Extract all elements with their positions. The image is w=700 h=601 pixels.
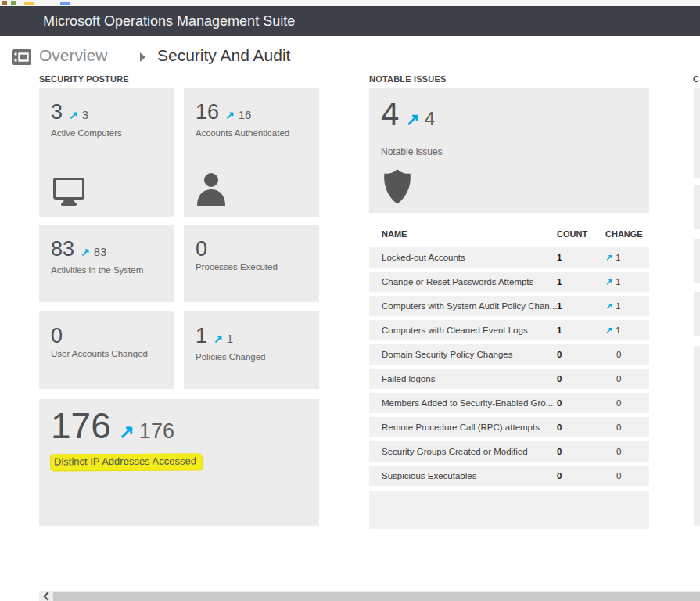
table-header: NAME COUNT CHANGE xyxy=(369,225,649,243)
horizontal-scrollbar-thumb[interactable] xyxy=(53,592,700,601)
trend-up-icon: ↗ xyxy=(225,103,235,127)
tile-notable-issues[interactable]: 4 ↗ 4 Notable issues xyxy=(369,88,649,213)
bookmark-favicon-fragment xyxy=(24,2,34,5)
row-name: Security Groups Created or Modified xyxy=(369,447,557,456)
table-row[interactable]: Members Added to Security-Enabled Gro...… xyxy=(369,393,649,413)
row-name: Remote Procedure Call (RPC) attempts xyxy=(369,423,557,432)
tile-label: Policies Changed xyxy=(196,352,319,362)
trend-up-icon: ↗ xyxy=(605,277,612,286)
table-row[interactable]: Domain Security Policy Changes 0 0 xyxy=(369,344,649,365)
row-change: ↗1 xyxy=(605,277,649,287)
trend-up-icon: ↗ xyxy=(405,103,419,137)
breadcrumb: Overview Security And Audit xyxy=(0,45,700,72)
row-change: ↗1 xyxy=(605,326,649,336)
tile-processes-executed[interactable]: 0 Processes Executed xyxy=(184,225,319,302)
tile-value: 16 xyxy=(196,100,219,124)
tile-label: Notable issues xyxy=(381,146,649,157)
row-change: 0 xyxy=(605,398,649,408)
tile-user-accounts-changed[interactable]: 0 User Accounts Changed xyxy=(39,311,174,389)
row-name: Computers with System Audit Policy Chan.… xyxy=(369,301,557,311)
row-name: Change or Reset Passwords Attempts xyxy=(369,277,557,286)
next-section-heading-clipped: C xyxy=(693,74,700,84)
tile-change: 4 xyxy=(425,102,435,136)
table-row[interactable]: Computers with System Audit Policy Chan.… xyxy=(369,296,649,316)
table-row[interactable]: Failed logons 0 0 xyxy=(369,369,649,389)
chevron-right-icon xyxy=(140,52,145,62)
trend-up-icon: ↗ xyxy=(69,103,78,127)
next-column-tile-fragment xyxy=(694,292,700,336)
row-name: Suspicious Executables xyxy=(369,471,557,480)
tile-value: 1 xyxy=(196,324,207,347)
trend-up-icon: ↗ xyxy=(605,301,612,311)
row-count: 0 xyxy=(557,471,605,480)
tile-policies-changed[interactable]: 1 ↗ 1 Policies Changed xyxy=(184,311,319,389)
row-name: Domain Security Policy Changes xyxy=(369,350,557,359)
bookmark-favicon-fragment xyxy=(2,1,7,5)
tile-change: 1 xyxy=(227,327,233,351)
tile-label: Accounts Authenticated xyxy=(196,128,319,138)
table-row[interactable]: Security Groups Created or Modified 0 0 xyxy=(369,441,649,462)
row-change: ↗1 xyxy=(605,301,649,311)
app-title: Microsoft Operations Management Suite xyxy=(43,6,295,36)
oms-dashboard: Microsoft Operations Management Suite Ov… xyxy=(0,0,700,601)
breadcrumb-overview-link[interactable]: Overview xyxy=(39,46,108,65)
tile-label-highlighted: Distinct IP Addresses Accessed xyxy=(51,453,202,470)
row-count: 0 xyxy=(557,447,605,456)
person-icon xyxy=(194,172,228,206)
row-count: 1 xyxy=(557,301,605,311)
tile-value: 3 xyxy=(51,100,63,124)
row-count: 0 xyxy=(557,423,605,432)
trend-up-icon: ↗ xyxy=(119,413,135,451)
row-change: ↗1 xyxy=(605,253,649,263)
row-change: 0 xyxy=(605,423,649,432)
tile-value: 83 xyxy=(51,237,74,261)
table-row[interactable]: Computers with Cleaned Event Logs 1 ↗1 xyxy=(369,320,649,340)
next-column-tile-fragment xyxy=(694,239,700,283)
row-count: 1 xyxy=(557,277,605,286)
tile-label: Processes Executed xyxy=(196,262,319,272)
tile-value: 4 xyxy=(381,97,399,131)
row-change: 0 xyxy=(605,471,649,480)
column-header-count: COUNT xyxy=(557,229,605,239)
table-row[interactable]: Locked-out Accounts 1 ↗1 xyxy=(369,247,649,268)
tile-change: 16 xyxy=(239,103,252,127)
tile-accounts-authenticated[interactable]: 16 ↗ 16 Accounts Authenticated xyxy=(184,88,319,217)
tile-label: Active Computers xyxy=(51,128,174,138)
row-change: 0 xyxy=(605,374,649,383)
bookmark-favicon-fragment xyxy=(11,1,16,5)
row-name: Failed logons xyxy=(369,374,557,383)
trend-up-icon: ↗ xyxy=(214,327,223,351)
tile-change: 176 xyxy=(139,412,174,450)
tile-distinct-ip-addresses[interactable]: 176 ↗ 176 Distinct IP Addresses Accessed xyxy=(39,399,319,526)
table-row[interactable]: Change or Reset Passwords Attempts 1 ↗1 xyxy=(369,272,649,292)
tile-activities-in-system[interactable]: 83 ↗ 83 Activities in the System xyxy=(39,225,174,302)
tile-change: 3 xyxy=(82,103,88,127)
trend-up-icon: ↗ xyxy=(605,326,612,335)
tile-value: 0 xyxy=(196,237,207,261)
row-count: 1 xyxy=(557,326,605,335)
trend-up-icon: ↗ xyxy=(605,253,612,262)
overview-dashboard-icon xyxy=(11,49,32,66)
notable-issues-table: NAME COUNT CHANGE Locked-out Accounts 1 … xyxy=(369,225,649,529)
next-column-tile-fragment xyxy=(694,185,700,229)
table-row[interactable]: Suspicious Executables 0 0 xyxy=(369,466,649,486)
tile-value: 176 xyxy=(51,407,111,444)
row-count: 0 xyxy=(557,374,605,383)
shield-icon xyxy=(382,167,412,205)
row-name: Members Added to Security-Enabled Gro... xyxy=(369,398,557,408)
bookmark-favicon-fragment xyxy=(60,2,70,5)
table-row[interactable]: Remote Procedure Call (RPC) attempts 0 0 xyxy=(369,417,649,437)
security-posture-heading: SECURITY POSTURE xyxy=(39,74,129,84)
browser-bookmark-strip xyxy=(0,0,700,6)
column-header-name: NAME xyxy=(369,229,557,239)
tile-change: 83 xyxy=(94,240,107,264)
row-count: 0 xyxy=(557,350,605,359)
trend-up-icon: ↗ xyxy=(81,240,90,264)
tile-label: User Accounts Changed xyxy=(51,349,174,358)
next-column-tile-fragment xyxy=(694,88,700,178)
tile-active-computers[interactable]: 3 ↗ 3 Active Computers xyxy=(39,88,174,217)
page-title: Security And Audit xyxy=(157,46,290,65)
notable-issues-heading: NOTABLE ISSUES xyxy=(369,74,447,84)
tile-value: 0 xyxy=(51,324,63,347)
app-titlebar: Microsoft Operations Management Suite xyxy=(0,6,700,36)
